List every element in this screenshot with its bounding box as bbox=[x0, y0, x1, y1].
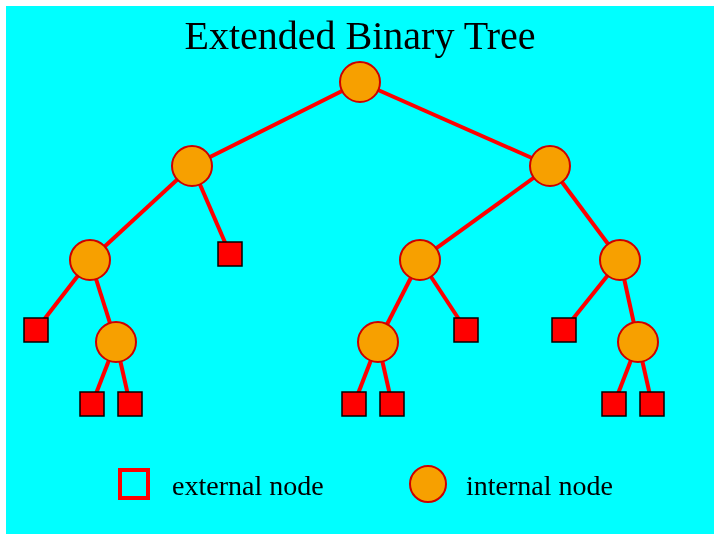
legend-internal-icon bbox=[410, 466, 446, 502]
external-node bbox=[80, 392, 104, 416]
external-node bbox=[602, 392, 626, 416]
internal-node bbox=[340, 62, 380, 102]
legend-external-label: external node bbox=[172, 470, 324, 502]
tree-edge bbox=[192, 82, 360, 166]
internal-node bbox=[400, 240, 440, 280]
internal-node bbox=[70, 240, 110, 280]
internal-node bbox=[172, 146, 212, 186]
external-node bbox=[454, 318, 478, 342]
legend-internal-label: internal node bbox=[466, 470, 613, 502]
tree-svg bbox=[6, 6, 714, 534]
external-node bbox=[218, 242, 242, 266]
internal-node bbox=[618, 322, 658, 362]
external-node bbox=[24, 318, 48, 342]
internal-node bbox=[358, 322, 398, 362]
tree-edge bbox=[420, 166, 550, 260]
diagram-stage: Extended Binary Tree external node inter… bbox=[6, 6, 714, 534]
external-node bbox=[118, 392, 142, 416]
legend-external-icon bbox=[120, 470, 148, 498]
external-node bbox=[342, 392, 366, 416]
tree-edge bbox=[360, 82, 550, 166]
internal-node bbox=[530, 146, 570, 186]
external-node bbox=[640, 392, 664, 416]
external-node bbox=[380, 392, 404, 416]
internal-node bbox=[600, 240, 640, 280]
internal-node bbox=[96, 322, 136, 362]
external-node bbox=[552, 318, 576, 342]
